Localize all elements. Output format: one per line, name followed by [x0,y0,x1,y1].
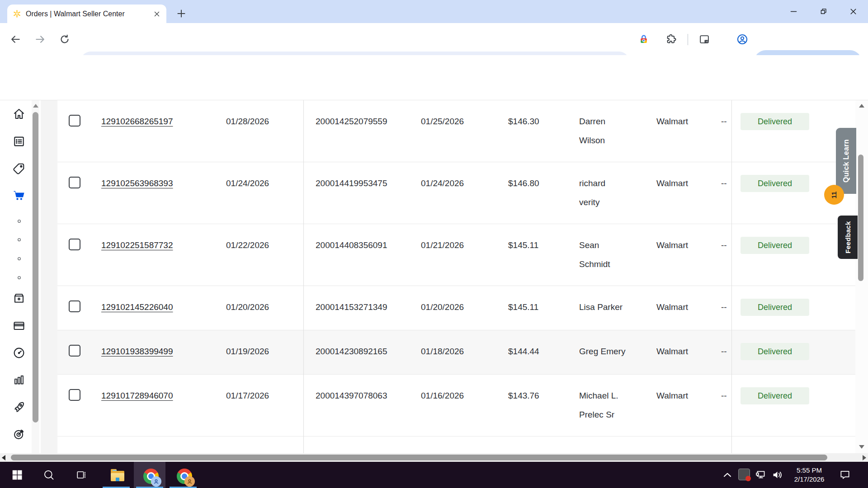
table-row: 12910256396839301/24/2026200014419953475… [57,162,855,224]
customer-cell: Darren Wilson [579,112,624,150]
tab-close-icon[interactable] [153,10,161,18]
order-date-cell: 01/17/2026 [226,386,269,405]
total-cell: $144.44 [508,342,539,361]
seller-center-header: Seller Center [0,55,868,100]
dot-icon[interactable] [16,256,22,262]
row-checkbox[interactable] [69,239,80,250]
horizontal-scrollbar-thumb[interactable] [11,455,827,460]
column-divider [303,100,304,453]
sidebar-scrollbar-thumb[interactable] [33,112,38,422]
tag-icon[interactable] [12,162,26,175]
content-area: 12910266826519701/28/2026200014252079559… [0,100,868,453]
row-checkbox[interactable] [69,115,80,127]
feedback-tab[interactable]: Feedback [838,216,858,259]
total-cell: $146.80 [508,174,539,193]
forward-button[interactable] [34,33,46,45]
start-icon[interactable] [1,462,33,488]
status-badge: Delivered [741,387,809,404]
customer-cell: Sean Schmidt [579,236,624,274]
browser-tab[interactable]: Orders | Walmart Seller Center [7,5,166,23]
order-date-cell: 01/22/2026 [226,236,269,255]
volume-icon[interactable] [771,469,784,481]
po-number-cell: 200014397078063 [316,386,387,405]
row-checkbox[interactable] [69,345,80,357]
row-checkbox[interactable] [69,177,80,188]
quick-learn-tab[interactable]: Quick Learn [836,128,856,194]
tray-app-icon[interactable] [738,469,751,481]
status-badge: Delivered [741,299,809,316]
scroll-up-arrow-icon[interactable] [859,104,864,108]
back-button[interactable] [9,33,21,45]
channel-cell: Walmart [656,386,688,405]
toolbar-separator [688,34,688,45]
order-number-link[interactable]: 129102668265197 [101,112,173,131]
order-date-cell: 01/20/2026 [226,298,269,317]
extra-cell: -- [721,236,727,255]
page-horizontal-scrollbar[interactable] [0,453,868,462]
task-view-icon[interactable] [66,462,97,488]
chrome-profile2-icon[interactable] [167,462,199,488]
rocket-icon[interactable] [12,400,26,414]
bar-chart-icon[interactable] [12,374,26,387]
order-number-link[interactable]: 129101938399499 [101,342,173,361]
profile-icon[interactable] [736,33,749,46]
customer-cell: Greg Emery [579,342,638,361]
order-number-link[interactable]: 129101728946070 [101,386,173,405]
scroll-up-arrow-icon[interactable] [33,104,38,108]
network-icon[interactable] [755,469,767,481]
row-checkbox[interactable] [69,300,80,312]
order-number-link[interactable]: 129102145226040 [101,298,173,317]
file-explorer-icon[interactable] [100,462,132,488]
clock-time: 5:55 PM [784,466,835,475]
notification-center-icon[interactable] [839,469,851,481]
channel-cell: Walmart [656,112,688,131]
status-badge: Delivered [741,343,809,360]
vertical-scrollbar-thumb[interactable] [858,155,863,281]
card-icon[interactable] [12,319,26,333]
sidebar-scrollbar[interactable] [32,100,39,453]
scroll-left-arrow-icon[interactable] [2,455,5,460]
password-manager-icon[interactable] [637,33,650,46]
browser-toolbar: seller.walmart.com/orders/manage-orders?… [0,23,868,55]
page-vertical-scrollbar[interactable] [855,100,868,453]
po-date-cell: 01/16/2026 [421,386,464,405]
order-date-cell: 01/19/2026 [226,342,269,361]
extensions-puzzle-icon[interactable] [665,33,677,46]
scroll-down-arrow-icon[interactable] [859,445,864,449]
dot-icon[interactable] [16,237,22,243]
gauge-icon[interactable] [12,346,26,360]
minimize-button[interactable] [778,0,808,23]
new-tab-button[interactable] [175,8,187,19]
taskbar-clock[interactable]: 5:55 PM 2/17/2026 [784,466,835,484]
home-icon[interactable] [12,107,26,121]
customer-cell: Lisa Parker [579,298,638,317]
reload-button[interactable] [59,33,71,45]
orders-list-icon[interactable] [12,135,26,148]
extra-cell: -- [721,112,727,131]
po-number-cell: 200014153271349 [316,298,387,317]
table-row: 12910266826519701/28/2026200014252079559… [57,100,855,162]
dot-icon[interactable] [16,218,22,224]
chrome-profile1-icon[interactable] [134,462,165,488]
customer-cell: richard verity [579,174,624,212]
restore-button[interactable] [808,0,838,23]
total-cell: $145.11 [508,236,538,255]
chevron-up-icon[interactable] [721,469,734,481]
order-number-link[interactable]: 129102251587732 [101,236,173,255]
channel-cell: Walmart [656,174,688,193]
extra-cell: -- [721,174,727,193]
cart-icon[interactable] [12,188,26,202]
po-date-cell: 01/24/2026 [421,174,464,193]
target-icon[interactable] [12,427,26,441]
row-checkbox[interactable] [69,389,80,401]
taskbar-search-icon[interactable] [33,462,65,488]
order-number-link[interactable]: 129102563968393 [101,174,173,193]
channel-cell: Walmart [656,298,688,317]
scroll-right-arrow-icon[interactable] [863,455,866,460]
close-button[interactable] [838,0,868,23]
box-icon[interactable] [12,291,26,305]
start-icon [11,469,24,481]
side-panel-icon[interactable] [698,33,711,46]
dot-icon[interactable] [16,275,22,281]
quick-learn-count-badge[interactable]: 11 [824,185,844,205]
